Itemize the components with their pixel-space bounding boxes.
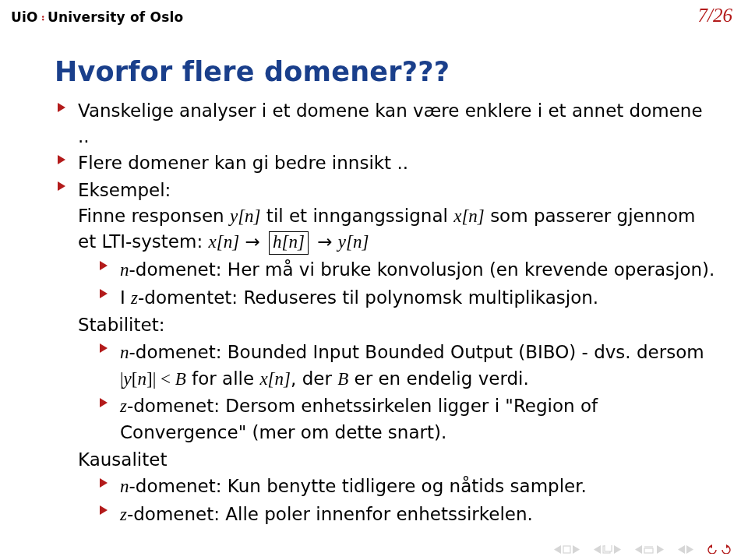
- nav-next-subsection-icon[interactable]: [686, 545, 693, 554]
- bullet-text: Finne responsen y[n] til et inngangssign…: [78, 206, 695, 252]
- triangle-icon: [58, 181, 65, 191]
- nav-slide-group[interactable]: [554, 545, 580, 554]
- triangle-icon: [58, 155, 65, 164]
- bullet-text: Vanskelige analyser i et domene kan være…: [78, 100, 703, 146]
- svg-marker-12: [686, 545, 693, 554]
- uio-dots-icon: ᛬: [40, 12, 46, 24]
- nav-section-group[interactable]: [635, 545, 664, 554]
- nav-prev-section-icon[interactable]: [635, 545, 642, 554]
- nav-slide-icon[interactable]: [563, 545, 571, 554]
- bullet-text: Eksempel:: [78, 180, 171, 200]
- svg-marker-0: [554, 545, 561, 554]
- nav-undo-icon[interactable]: [707, 544, 718, 554]
- university-name: University of Oslo: [48, 9, 183, 25]
- nav-subsection-group[interactable]: [678, 545, 693, 554]
- bullet-item: Eksempel: Finne responsen y[n] til et in…: [55, 178, 717, 528]
- nav-frame-icon[interactable]: [602, 545, 612, 554]
- nav-prev-subsection-icon[interactable]: [678, 545, 685, 554]
- svg-rect-1: [563, 546, 570, 553]
- sub-item: I z-domentet: Reduseres til polynomsk mu…: [97, 285, 717, 312]
- bullet-item: Vanskelige analyser i et domene kan være…: [55, 98, 717, 149]
- slide-content: Hvorfor flere domener??? Vanskelige anal…: [55, 56, 717, 530]
- bullet-item: Flere domener kan gi bedre innsikt ..: [55, 150, 717, 176]
- triangle-icon: [100, 505, 108, 515]
- nav-prev-frame-icon[interactable]: [594, 545, 601, 554]
- sub-item: z-domenet: Alle poler innenfor enhetssir…: [97, 502, 717, 528]
- sub-item: n-domenet: Kun benytte tidligere og nåti…: [97, 474, 717, 500]
- svg-marker-6: [614, 545, 621, 554]
- nav-next-slide-icon[interactable]: [573, 545, 580, 554]
- sub-item: n-domenet: Bounded Input Bounded Output …: [97, 340, 717, 392]
- triangle-icon: [100, 398, 108, 407]
- triangle-icon: [100, 261, 108, 270]
- slide-header: UiO᛬University of Oslo 7/26: [11, 5, 732, 26]
- nav-next-frame-icon[interactable]: [614, 545, 621, 554]
- nav-section-icon[interactable]: [644, 545, 655, 554]
- svg-marker-7: [635, 545, 642, 554]
- triangle-icon: [100, 478, 108, 488]
- sub-list: n-domenet: Kun benytte tidligere og nåti…: [97, 474, 717, 527]
- sub-list: n-domenet: Bounded Input Bounded Output …: [97, 340, 717, 446]
- slide: UiO᛬University of Oslo 7/26 Hvorfor fler…: [0, 0, 748, 560]
- sub-item: n-domenet: Her må vi bruke konvolusjon (…: [97, 257, 717, 284]
- sub-item: z-domenet: Dersom enhetssirkelen ligger …: [97, 393, 717, 445]
- bullet-text: Flere domener kan gi bedre innsikt ..: [78, 153, 408, 173]
- header-left: UiO᛬University of Oslo: [11, 9, 183, 25]
- page-number: 7/26: [698, 5, 732, 26]
- svg-marker-10: [657, 545, 664, 554]
- beamer-nav: [554, 544, 731, 554]
- nav-redo-icon[interactable]: [720, 544, 731, 554]
- triangle-icon: [100, 289, 108, 298]
- h-box: h[n]: [269, 231, 309, 254]
- nav-next-section-icon[interactable]: [657, 545, 664, 554]
- bullet-list: Vanskelige analyser i et domene kan være…: [55, 98, 717, 528]
- svg-marker-2: [573, 545, 580, 554]
- nav-prev-slide-icon[interactable]: [554, 545, 561, 554]
- nav-frame-group[interactable]: [594, 545, 621, 554]
- triangle-icon: [100, 343, 108, 353]
- sub-list: n-domenet: Her må vi bruke konvolusjon (…: [97, 257, 717, 311]
- svg-marker-3: [594, 545, 601, 554]
- subheading: Kausalitet: [78, 447, 717, 473]
- nav-back-forward-group[interactable]: [707, 544, 731, 554]
- svg-marker-11: [678, 545, 685, 554]
- triangle-icon: [58, 103, 65, 112]
- svg-rect-5: [605, 545, 612, 551]
- svg-rect-8: [644, 548, 653, 553]
- subheading: Stabilitet:: [78, 312, 717, 338]
- uio-logo-text: UiO: [11, 9, 38, 25]
- slide-title: Hvorfor flere domener???: [55, 56, 717, 87]
